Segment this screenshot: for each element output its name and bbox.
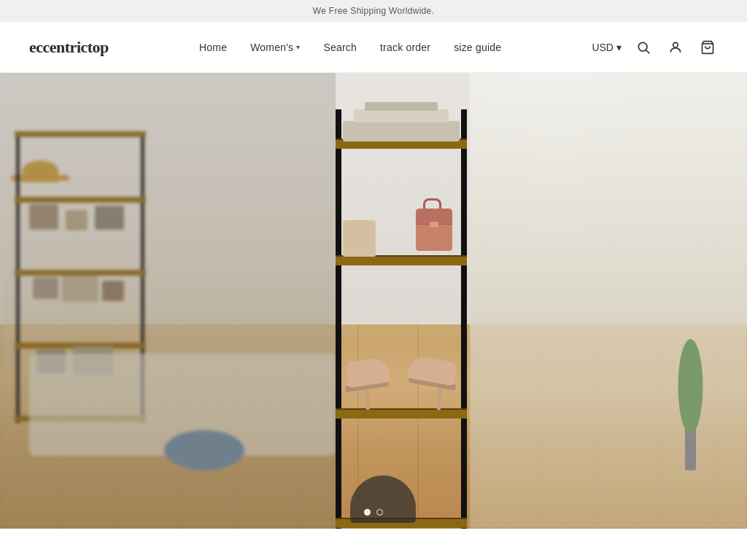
nav-track-order[interactable]: track order: [380, 42, 430, 53]
hero-section: [0, 73, 747, 529]
announcement-text: We Free Shipping Worldwide.: [313, 6, 434, 16]
nav-search[interactable]: Search: [323, 42, 357, 53]
shelf-plank-lower: [336, 408, 467, 419]
cart-icon: [700, 40, 715, 55]
header: eccentrictop Home Women's ▾ Search track…: [0, 22, 747, 73]
shelf-post-right: [461, 109, 467, 529]
account-icon: [668, 40, 683, 55]
nav-right: USD ▾: [592, 37, 718, 58]
shelf-plank-bottom: [336, 518, 467, 528]
currency-selector[interactable]: USD ▾: [592, 42, 622, 53]
svg-point-2: [673, 42, 678, 47]
chevron-down-icon: ▾: [616, 42, 622, 53]
svg-point-0: [638, 42, 647, 51]
plant-decoration: [678, 339, 703, 470]
bg-right: [470, 73, 747, 529]
logo[interactable]: eccentrictop: [29, 38, 109, 57]
cart-icon-button[interactable]: [697, 37, 718, 58]
search-icon: [636, 40, 651, 55]
shelf-plank-top: [336, 139, 467, 149]
nav-size-guide[interactable]: size guide: [454, 42, 501, 53]
nav-womens[interactable]: Women's ▾: [250, 42, 300, 53]
carousel-dot-2[interactable]: [376, 509, 383, 516]
carousel-dot-1[interactable]: [364, 509, 371, 516]
main-nav: Home Women's ▾ Search track order size g…: [199, 41, 501, 54]
main-shelf: [336, 109, 467, 529]
svg-line-1: [646, 50, 650, 53]
account-icon-button[interactable]: [665, 37, 686, 58]
shelf-plank-upper: [336, 255, 467, 265]
nav-home[interactable]: Home: [199, 42, 227, 53]
carousel-dots: [364, 509, 383, 516]
announcement-bar: We Free Shipping Worldwide.: [0, 0, 747, 22]
search-icon-button[interactable]: [633, 37, 654, 58]
chevron-down-icon: ▾: [296, 43, 300, 51]
shelf-post-left: [336, 109, 341, 529]
hero-overlay: [0, 73, 336, 529]
